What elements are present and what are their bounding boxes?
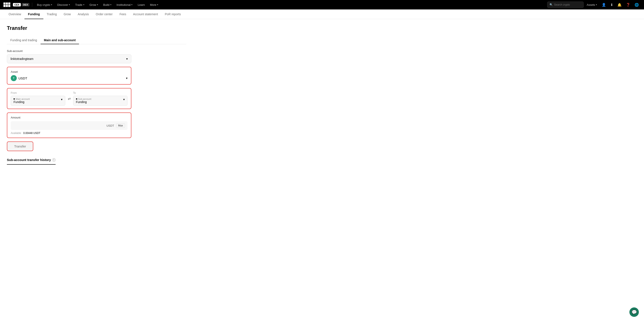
svg-rect-3 (4, 5, 6, 7)
nav-more[interactable]: More ▾ (148, 3, 160, 6)
info-icon[interactable]: ℹ (52, 158, 56, 162)
sub-account-group: Sub-account linktotradingteam ▾ (7, 49, 132, 63)
subnav-fees[interactable]: Fees (116, 10, 130, 19)
search-icon: 🔍 (550, 3, 553, 6)
chevron-down-icon: ▾ (132, 4, 132, 6)
available-row: Available 0.00448 USDT (11, 132, 128, 134)
subnav-grow[interactable]: Grow (60, 10, 74, 19)
tab-funding-and-trading[interactable]: Funding and trading (7, 36, 40, 44)
to-label: To (73, 92, 128, 94)
svg-rect-2 (8, 2, 10, 5)
amount-currency: USDT (106, 124, 114, 127)
history-title: Sub-account transfer history ℹ (7, 158, 56, 165)
nav-buy-crypto[interactable]: Buy crypto ▾ (35, 3, 54, 6)
chevron-down-icon: ▾ (110, 4, 112, 6)
svg-rect-1 (6, 2, 8, 5)
sub-account-label: Sub-account (7, 49, 132, 52)
from-account-main: Funding (14, 100, 30, 104)
svg-rect-0 (4, 2, 6, 5)
subnav-overview[interactable]: Overview (5, 10, 24, 19)
dex-button[interactable]: DEX (22, 3, 30, 6)
sub-account-value: linktotradingteam (10, 57, 34, 60)
chevron-down-icon: ▾ (97, 4, 98, 6)
nav-grow[interactable]: Grow ▾ (87, 3, 100, 6)
nav-divider (32, 2, 32, 7)
sub-account-select[interactable]: linktotradingteam ▾ (7, 54, 132, 63)
help-icon[interactable]: ❓ (624, 3, 632, 7)
navbar: CEX DEX Buy crypto ▾ Discover ▾ Trade ▾ … (0, 0, 644, 10)
subnav-analysis[interactable]: Analysis (74, 10, 92, 19)
subnav-order-center[interactable]: Order center (92, 10, 116, 19)
transfer-button[interactable]: Transfer (7, 142, 33, 151)
asset-name: USDT (18, 76, 27, 80)
page-title: Transfer (7, 25, 186, 31)
available-label: Available (11, 132, 21, 134)
nav-build[interactable]: Build ▾ (101, 3, 114, 6)
swap-icon[interactable]: ⇄ (67, 96, 72, 101)
okx-logo (4, 2, 10, 7)
available-amount: 0.00448 USDT (24, 132, 40, 134)
main-content: Transfer Funding and trading Main and su… (0, 19, 193, 171)
assets-button[interactable]: Assets ▾ (584, 3, 599, 6)
nav-discover[interactable]: Discover ▾ (55, 3, 72, 6)
asset-label: Asset (11, 70, 128, 74)
from-account-sub: Main account (14, 98, 30, 100)
to-section: To Sub-account Funding ▾ (73, 92, 128, 106)
user-icon[interactable]: 👤 (600, 3, 608, 7)
chevron-down-icon: ▾ (123, 98, 125, 101)
transfer-form: Sub-account linktotradingteam ▾ Asset T … (7, 49, 132, 165)
nav-institutional[interactable]: Institutional ▾ (114, 3, 135, 6)
subnav-account-statement[interactable]: Account statement (130, 10, 162, 19)
svg-rect-4 (8, 5, 10, 7)
chevron-down-icon: ▾ (69, 4, 70, 6)
amount-label: Amount (11, 116, 128, 119)
from-label: From (11, 92, 65, 94)
max-button[interactable]: Max (116, 124, 125, 128)
logo (4, 2, 10, 7)
bell-icon[interactable]: 🔔 (616, 3, 624, 7)
chevron-down-icon: ▾ (157, 4, 158, 6)
chevron-down-icon: ▾ (596, 4, 597, 6)
sub-nav: Overview Funding Trading Grow Analysis O… (0, 10, 644, 19)
globe-icon[interactable]: 🌐 (633, 3, 640, 7)
from-section: From Main account Funding ▾ (11, 92, 65, 106)
cex-button[interactable]: CEX (13, 3, 21, 6)
chevron-down-icon: ▾ (61, 98, 62, 101)
subnav-funding[interactable]: Funding (24, 10, 43, 19)
chevron-down-icon: ▾ (126, 57, 128, 60)
search-box[interactable]: 🔍 (547, 2, 584, 8)
chevron-down-icon: ▾ (51, 4, 52, 6)
download-icon[interactable]: ⬇ (608, 3, 615, 7)
amount-box: Amount USDT Max Available 0.00448 USDT (7, 112, 132, 138)
search-input[interactable] (554, 3, 581, 6)
history-section: Sub-account transfer history ℹ (7, 158, 132, 165)
to-account-main: Funding (76, 100, 92, 104)
to-select[interactable]: Sub-account Funding ▾ (73, 96, 128, 106)
from-to-box: From Main account Funding ▾ ⇄ (7, 88, 132, 109)
amount-input[interactable] (13, 124, 104, 127)
subnav-por-reports[interactable]: PoR reports (162, 10, 184, 19)
nav-trade[interactable]: Trade ▾ (73, 3, 86, 6)
nav-learn[interactable]: Learn (136, 3, 147, 6)
svg-rect-5 (6, 5, 8, 7)
transfer-tabs: Funding and trading Main and sub-account (7, 36, 186, 44)
chevron-down-icon: ▾ (83, 4, 84, 6)
tab-main-and-sub-account[interactable]: Main and sub-account (40, 36, 79, 44)
subnav-trading[interactable]: Trading (43, 10, 60, 19)
from-select[interactable]: Main account Funding ▾ (11, 96, 65, 106)
asset-box: Asset T USDT ▾ (7, 67, 132, 84)
transfer-button-container: Transfer (7, 142, 132, 151)
chevron-down-icon: ▾ (126, 76, 128, 80)
usdt-icon: T (11, 75, 17, 81)
to-account-sub: Sub-account (76, 98, 92, 100)
amount-input-row: USDT Max (11, 121, 128, 130)
asset-selector[interactable]: T USDT ▾ (11, 75, 128, 81)
